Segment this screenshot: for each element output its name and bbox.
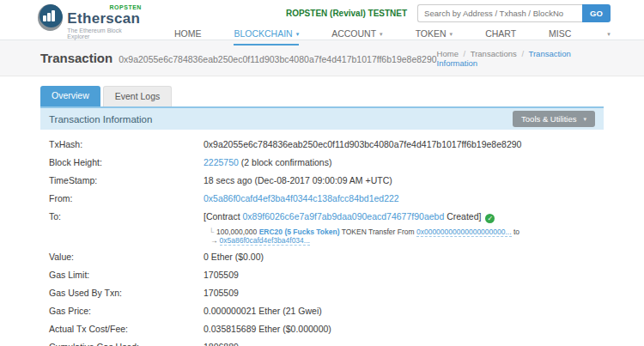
table-row: Gas Limit: 1705509 <box>40 266 604 284</box>
nav-item-token[interactable]: TOKEN▾ <box>416 26 453 46</box>
gas-used-value: 1705509 <box>204 288 239 299</box>
panel-title: Transaction Information <box>49 114 152 124</box>
value-value: 0 Ether ($0.00) <box>204 252 264 263</box>
row-label: Gas Price: <box>49 306 204 317</box>
tab-bar: Overview Event Logs <box>40 86 604 106</box>
tx-cost-value: 0.035815689 Ether ($0.000000) <box>204 324 331 335</box>
main-nav: HOME BLOCKCHAIN▾ ACCOUNT▾ TOKEN▾ CHART M… <box>142 26 611 46</box>
nav-item-more-dropdown[interactable]: ▾ <box>604 26 611 46</box>
breadcrumb: Home / Transactions / Transaction Inform… <box>437 49 604 68</box>
table-row: From: 0x5a86f0cafd4ef3ba4f0344c138afcc84… <box>40 190 604 208</box>
logo-brand: Etherscan <box>67 11 142 26</box>
row-label: TxHash: <box>49 139 204 150</box>
table-row: Gas Price: 0.000000021 Ether (21 Gwei) <box>40 302 604 320</box>
chevron-down-icon: ▾ <box>607 31 611 37</box>
table-row: TxHash: 0x9a2055e6c784836eab250ec0f11d90… <box>40 136 604 154</box>
block-confirmations: (2 block confirmations) <box>239 157 332 167</box>
table-row: Value: 0 Ether ($0.00) <box>40 248 604 266</box>
nav-item-home[interactable]: HOME <box>174 26 202 46</box>
chevron-down-icon: ▾ <box>583 116 586 122</box>
table-row: Block Height: 2225750 (2 block confirmat… <box>40 154 604 172</box>
etherscan-logo[interactable]: ROPSTEN Etherscan The Ethereum Block Exp… <box>38 0 142 39</box>
to-contract-line: [Contract 0x89f6026c6e7a9f7ab9daa090eacd… <box>204 211 595 223</box>
title-bar: Transaction0x9a2055e6c784836eab250ec0f11… <box>0 40 644 76</box>
top-header: ROPSTEN Etherscan The Ethereum Block Exp… <box>0 0 644 40</box>
txhash-value: 0x9a2055e6c784836eab250ec0f11d903bc4080a… <box>204 139 521 150</box>
transfer-to-address-link[interactable]: 0x5a86f0cafd4ef3ba4f034... <box>220 236 310 246</box>
arrow-right-icon: → <box>210 236 218 245</box>
tools-utilities-button[interactable]: Tools & Utilities▾ <box>513 111 595 127</box>
page-title-hash: 0x9a2055e6c784836eab250ec0f11d903bc4080a… <box>118 54 436 64</box>
nav-item-account[interactable]: ACCOUNT▾ <box>331 26 382 46</box>
tab-event-logs[interactable]: Event Logs <box>103 86 173 106</box>
contract-verified-check-icon: ✓ <box>485 214 495 223</box>
row-label: To: <box>49 211 204 245</box>
transfer-from-address-link[interactable]: 0x00000000000000000000... <box>416 228 512 237</box>
block-height-link[interactable]: 2225750 <box>204 157 239 167</box>
table-row: To: [Contract 0x89f6026c6e7a9f7ab9daa090… <box>40 208 604 248</box>
row-label: Gas Used By Txn: <box>49 288 204 299</box>
chevron-down-icon: ▾ <box>450 31 453 37</box>
breadcrumb-transactions[interactable]: Transactions <box>471 49 517 58</box>
logo-tagline: The Ethereum Block Explorer <box>67 27 142 39</box>
nav-item-misc[interactable]: MISC <box>549 26 571 46</box>
nav-item-chart[interactable]: CHART <box>485 26 516 46</box>
row-label: Cumulative Gas Used: <box>49 342 204 346</box>
row-label: Actual Tx Cost/Fee: <box>49 324 204 335</box>
gas-limit-value: 1705509 <box>204 270 239 281</box>
table-row: Cumulative Gas Used: 1806889 <box>40 338 604 346</box>
page-title: Transaction0x9a2055e6c784836eab250ec0f11… <box>40 51 437 65</box>
breadcrumb-home[interactable]: Home <box>437 49 459 58</box>
token-transfer-line: └100,000,000 ERC20 (5 Fucks Token) TOKEN… <box>204 228 595 245</box>
chevron-down-icon: ▾ <box>380 31 383 37</box>
tab-overview[interactable]: Overview <box>40 86 100 106</box>
row-label: TimeStamp: <box>49 175 204 186</box>
contract-address-link[interactable]: 0x89f6026c6e7a9f7ab9daa090eacd74677f90ae… <box>243 211 445 222</box>
from-address-link[interactable]: 0x5a86f0cafd4ef3ba4f0344c138afcc84bd1ed2… <box>204 193 399 203</box>
chevron-down-icon: ▾ <box>296 31 300 37</box>
search-input[interactable] <box>417 4 582 22</box>
cumulative-gas-value: 1806889 <box>204 342 239 346</box>
testnet-label: ROPSTEN (Revival) TESTNET <box>286 9 407 18</box>
tree-corner-icon: └ <box>209 228 214 236</box>
search-go-button[interactable]: GO <box>582 4 611 22</box>
panel-header: Transaction Information Tools & Utilitie… <box>40 106 604 130</box>
token-link[interactable]: ERC20 (5 Fucks Token) <box>259 228 340 236</box>
logo-network-label: ROPSTEN <box>110 4 142 10</box>
row-label: Value: <box>49 252 204 263</box>
gas-price-value: 0.000000021 Ether (21 Gwei) <box>204 306 322 317</box>
row-label: Block Height: <box>49 157 204 168</box>
timestamp-value: 18 secs ago (Dec-08-2017 09:00:09 AM +UT… <box>204 175 392 186</box>
nav-item-blockchain[interactable]: BLOCKCHAIN▾ <box>234 26 299 46</box>
table-row: TimeStamp: 18 secs ago (Dec-08-2017 09:0… <box>40 172 604 190</box>
table-row: Actual Tx Cost/Fee: 0.035815689 Ether ($… <box>40 320 604 338</box>
row-label: From: <box>49 193 204 204</box>
table-row: Gas Used By Txn: 1705509 <box>40 284 604 302</box>
etherscan-logo-icon <box>38 4 63 31</box>
transaction-info-table: TxHash: 0x9a2055e6c784836eab250ec0f11d90… <box>40 130 604 346</box>
row-label: Gas Limit: <box>49 270 204 281</box>
